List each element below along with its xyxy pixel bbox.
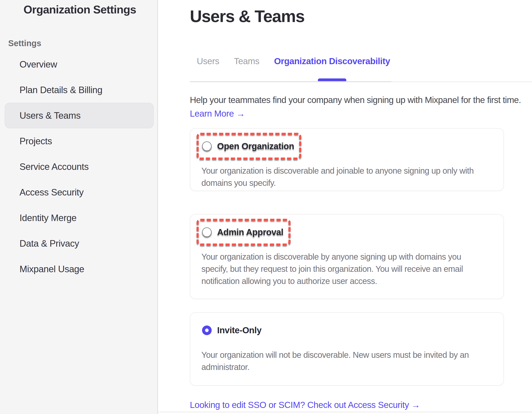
discoverability-options: Open Organization Your organization is d… xyxy=(190,128,504,386)
radio-option-admin-approval[interactable]: Admin Approval xyxy=(197,219,291,245)
sidebar-nav: Overview Plan Details & Billing Users & … xyxy=(5,52,154,282)
sidebar-item-label: Projects xyxy=(19,136,52,146)
sidebar-item-overview[interactable]: Overview xyxy=(5,52,154,77)
radio-open-organization-unchecked[interactable] xyxy=(202,141,212,151)
sidebar-item-label: Identity Merge xyxy=(19,213,76,223)
sidebar-item-label: Overview xyxy=(19,59,57,70)
sidebar-item-label: Mixpanel Usage xyxy=(19,264,84,274)
page-title: Users & Teams xyxy=(190,6,304,27)
sidebar-section-label: Settings xyxy=(8,37,41,49)
option-card-open-organization: Open Organization Your organization is d… xyxy=(190,128,504,191)
sidebar-item-projects[interactable]: Projects xyxy=(5,128,154,154)
sidebar-item-label: Plan Details & Billing xyxy=(19,85,102,95)
radio-option-label: Invite-Only xyxy=(217,325,262,335)
sidebar: Organization Settings Settings Overview … xyxy=(0,0,158,414)
radio-option-open-organization[interactable]: Open Organization xyxy=(197,133,301,160)
radio-option-invite-only[interactable]: Invite-Only xyxy=(197,317,269,344)
sidebar-item-data-privacy[interactable]: Data & Privacy xyxy=(5,231,154,256)
option-card-invite-only: Invite-Only Your organization will not b… xyxy=(190,312,504,386)
sidebar-item-label: Access Security xyxy=(19,187,84,198)
sidebar-item-plan-details-billing[interactable]: Plan Details & Billing xyxy=(5,77,154,103)
sidebar-item-label: Data & Privacy xyxy=(19,238,79,249)
tab-bar: UsersTeamsOrganization Discoverability xyxy=(197,55,390,67)
sidebar-item-service-accounts[interactable]: Service Accounts xyxy=(5,154,154,179)
intro-text: Help your teammates find your company wh… xyxy=(190,94,521,106)
sidebar-item-identity-merge[interactable]: Identity Merge xyxy=(5,205,154,231)
radio-invite-only-checked[interactable] xyxy=(202,326,212,335)
sidebar-item-label: Users & Teams xyxy=(19,110,81,121)
access-security-link[interactable]: Looking to edit SSO or SCIM? Check out A… xyxy=(190,399,420,411)
radio-admin-approval-unchecked[interactable] xyxy=(202,227,212,237)
tab-divider-line xyxy=(190,81,391,82)
tab-teams[interactable]: Teams xyxy=(234,55,259,67)
sidebar-item-users-teams[interactable]: Users & Teams xyxy=(5,103,154,128)
tab-users[interactable]: Users xyxy=(197,55,219,67)
learn-more-link[interactable]: Learn More → xyxy=(190,107,245,120)
sidebar-item-mixpanel-usage[interactable]: Mixpanel Usage xyxy=(5,256,154,282)
bottom-divider xyxy=(159,412,532,412)
option-description: Your organization is discoverable and jo… xyxy=(201,165,495,189)
sidebar-item-label: Service Accounts xyxy=(19,161,89,172)
option-description: Your organization is discoverable by any… xyxy=(201,251,495,287)
option-card-admin-approval: Admin Approval Your organization is disc… xyxy=(190,214,504,299)
sidebar-title: Organization Settings xyxy=(23,2,136,17)
sidebar-item-access-security[interactable]: Access Security xyxy=(5,179,154,205)
option-description: Your organization will not be discoverab… xyxy=(201,349,495,373)
tab-organization-discoverability[interactable]: Organization Discoverability xyxy=(274,55,390,67)
radio-option-label: Admin Approval xyxy=(217,227,283,237)
radio-option-label: Open Organization xyxy=(217,141,294,151)
